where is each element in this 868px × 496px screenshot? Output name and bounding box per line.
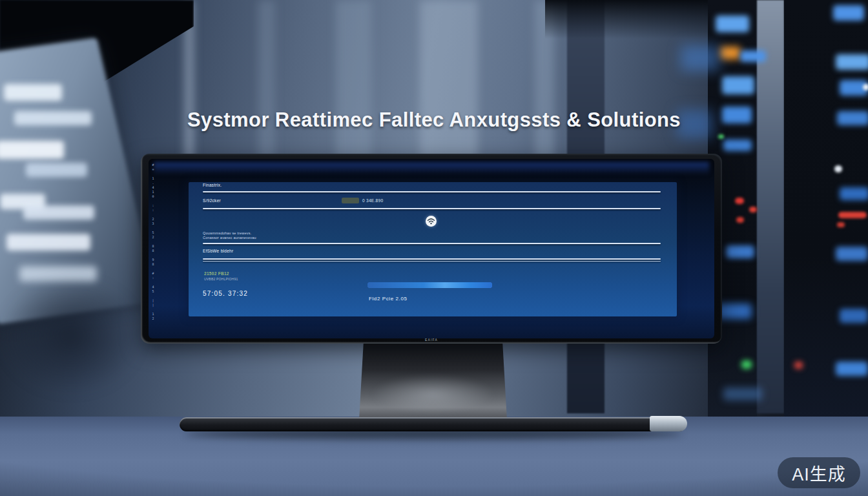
status-light-white [834, 165, 842, 172]
divider-line [203, 261, 661, 262]
description-line-2: Conassor avanec aunanevevau [203, 236, 256, 240]
server-module-light [836, 54, 868, 70]
description-line-1: Qouwmmsdohav se trewevs. [203, 231, 256, 236]
timestamp: 57:05. 37:32 [203, 290, 248, 297]
stand-highlight [371, 375, 494, 413]
divider-line [203, 258, 661, 260]
rack-pillar [757, 0, 784, 413]
field-label-2: S/92cker [203, 198, 221, 203]
alert-light-red [736, 217, 744, 223]
divider-line [203, 208, 661, 209]
alert-light-red [749, 207, 757, 212]
progress-fill [367, 282, 492, 288]
code-green: 21502 FB12 [204, 271, 229, 276]
screen-side-code: #= 1.410 :: 23 52 88 98 #: 45 || 12 :: 8 [149, 163, 156, 328]
monitor-stand-base [180, 417, 686, 431]
server-module-light [723, 140, 752, 151]
rack-light [4, 84, 62, 101]
wifi-icon [426, 216, 437, 227]
divider-line [203, 191, 661, 192]
server-module-light [840, 187, 868, 200]
alert-light-red [837, 222, 845, 227]
server-module-light [716, 16, 749, 32]
rack-light [23, 205, 94, 220]
server-module-light [836, 362, 868, 376]
field-label-4: EfSbWe bldehr [203, 249, 234, 253]
server-module-light [840, 309, 868, 323]
server-room-scene: Systmor Reattimec Falltec Anxutgssts & S… [0, 0, 868, 496]
stand-base-tip [650, 416, 687, 431]
server-module-light [836, 247, 868, 261]
shadow [0, 278, 142, 394]
server-module-light [722, 76, 754, 94]
field-label-1: Finastrix. [203, 183, 222, 187]
divider-line [203, 243, 661, 244]
status-pill [342, 198, 359, 203]
code-sub: UVBB2 POHLPIOH91 [204, 277, 238, 281]
monitor-brand-logo: EAIFA [141, 338, 722, 342]
monitor: #= 1.410 :: 23 52 88 98 #: 45 || 12 :: 8… [141, 154, 722, 344]
rack-light [0, 141, 64, 159]
status-light-green [718, 134, 724, 139]
server-module-light [681, 45, 719, 71]
server-module-light [723, 388, 762, 400]
warning-light [720, 46, 741, 59]
monitor-screen: #= 1.410 :: 23 52 88 98 #: 45 || 12 :: 8… [149, 159, 714, 338]
alert-strip-red [838, 212, 867, 218]
progress-bar [367, 282, 492, 288]
dashboard-panel: Finastrix. S/92cker 0 34E.890 Qouwmmsdoh… [189, 182, 677, 316]
progress-caption: Fld2 Pcie 2.05 [369, 296, 408, 302]
server-module-light [740, 50, 766, 62]
screen-glow [154, 162, 709, 175]
rack-light [6, 234, 90, 251]
server-module-light [833, 5, 864, 21]
field-value-2: 0 34E.890 [362, 198, 383, 203]
alert-light-red [735, 198, 744, 204]
page-title: Systmor Reattimec Falltec Anxutgssts & S… [0, 108, 868, 132]
server-module-light [726, 245, 754, 258]
alert-light-red [794, 362, 803, 369]
status-light-green [741, 360, 752, 369]
rack-light [26, 163, 87, 177]
status-light-white [863, 84, 868, 90]
description-text: Qouwmmsdohav se trewevs. Conassor avanec… [203, 231, 256, 240]
ai-watermark-badge: AI生成 [778, 457, 860, 488]
